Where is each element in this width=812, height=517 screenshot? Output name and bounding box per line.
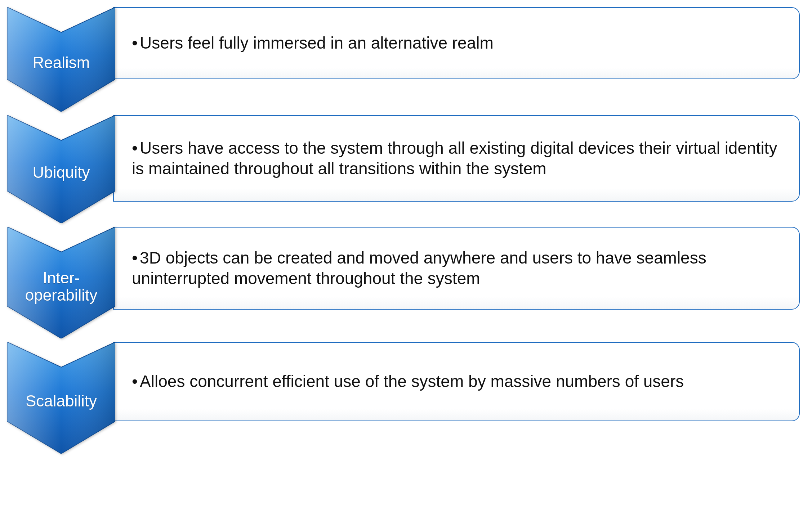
diagram-row-realism: Realism Users feel fully immersed in an … (7, 7, 800, 112)
chevron-container: Inter-operability (7, 227, 115, 338)
chevron-label-line: operability (14, 287, 108, 304)
chevron-container: Ubiquity (7, 115, 115, 223)
description-box-scalability: Alloes concurrent efficient use of the s… (113, 342, 800, 421)
chevron-container: Realism (7, 7, 115, 112)
chevron-label-line: Inter- (14, 269, 108, 287)
diagram-row-interoperability: Inter-operability 3D objects can be crea… (7, 227, 800, 338)
chevron-label: Realism (7, 54, 115, 71)
chevron-shape: Realism (7, 7, 115, 112)
diagram-row-ubiquity: Ubiquity Users have access to the system… (7, 115, 800, 223)
chevron-label: Scalability (7, 392, 115, 410)
description-text: 3D objects can be created and moved anyw… (132, 248, 785, 289)
description-text: Alloes concurrent efficient use of the s… (132, 371, 684, 392)
chevron-shape: Scalability (7, 342, 115, 454)
chevron-shape: Inter-operability (7, 227, 115, 338)
chevron-label: Ubiquity (7, 164, 115, 181)
chevron-shape: Ubiquity (7, 115, 115, 223)
diagram-row-scalability: Scalability Alloes concurrent efficient … (7, 342, 800, 454)
description-box-ubiquity: Users have access to the system through … (113, 115, 800, 202)
chevron-container: Scalability (7, 342, 115, 454)
description-box-interoperability: 3D objects can be created and moved anyw… (113, 227, 800, 310)
description-text: Users feel fully immersed in an alternat… (132, 33, 494, 54)
description-text: Users have access to the system through … (132, 138, 785, 179)
description-box-realism: Users feel fully immersed in an alternat… (113, 7, 800, 79)
chevron-process-diagram: Realism Users feel fully immersed in an … (7, 7, 800, 454)
chevron-label: Inter-operability (7, 269, 115, 304)
